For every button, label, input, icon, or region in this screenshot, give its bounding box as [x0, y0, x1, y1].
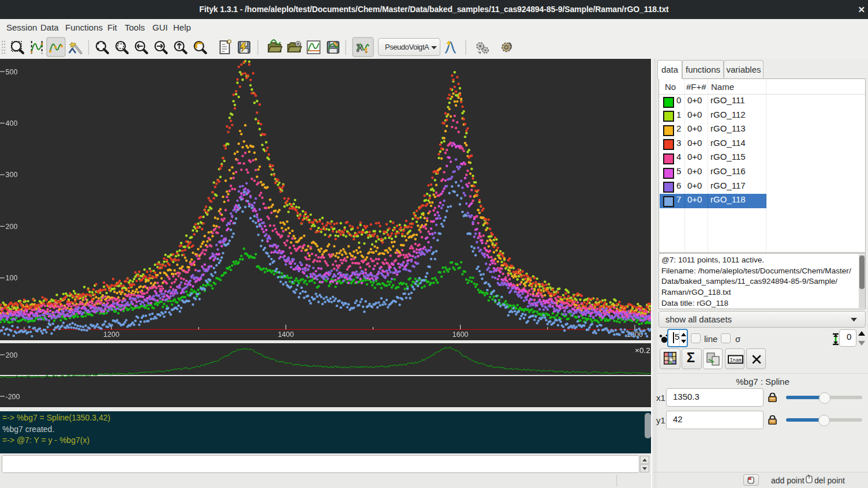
svg-text:Inam: Inam — [730, 358, 742, 363]
